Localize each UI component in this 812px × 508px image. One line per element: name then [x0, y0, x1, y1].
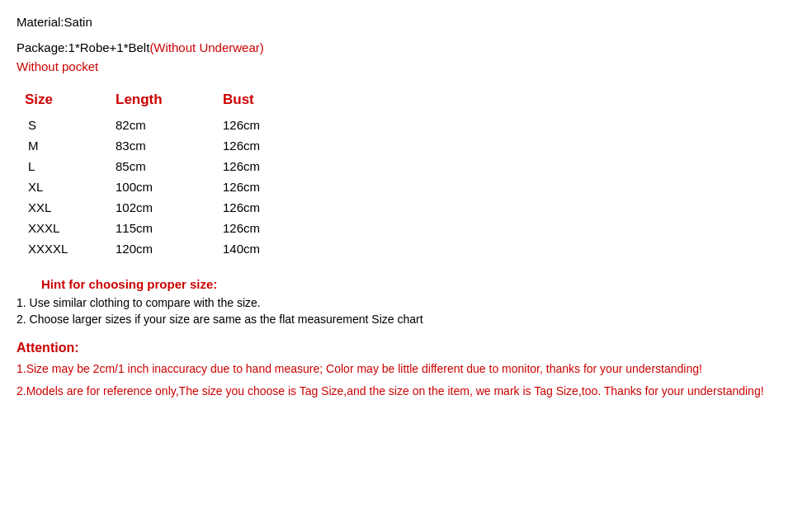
table-cell: XXXL [25, 218, 116, 238]
table-cell: 102cm [116, 197, 223, 218]
table-row: S82cm126cm [25, 115, 355, 135]
attention-item-1: 1.Size may be 2cm/1 inch inaccuracy due … [17, 360, 795, 378]
attention-title: Attention: [17, 341, 795, 355]
table-row: XXXXL120cm140cm [25, 238, 355, 259]
material-label: Material: [17, 15, 64, 29]
table-cell: L [25, 156, 116, 176]
package-value: 1*Robe+1*Belt [68, 40, 150, 54]
table-cell: 83cm [116, 135, 223, 156]
package-line: Package:1*Robe+1*Belt(Without Underwear) [17, 40, 795, 54]
table-cell: 126cm [223, 135, 355, 156]
table-cell: XXXXL [25, 238, 116, 259]
length-col-header: Length [116, 88, 223, 115]
table-cell: 126cm [223, 156, 355, 176]
table-row: M83cm126cm [25, 135, 355, 156]
table-row: XXL102cm126cm [25, 197, 355, 218]
material-value: Satin [64, 15, 92, 29]
size-table: Size Length Bust S82cm126cmM83cm126cmL85… [25, 88, 355, 259]
table-cell: XXL [25, 197, 116, 218]
table-cell: M [25, 135, 116, 156]
table-cell: 85cm [116, 156, 223, 176]
hint-item-2: 2. Choose larger sizes if your size are … [17, 313, 795, 326]
bust-col-header: Bust [223, 88, 355, 115]
hint-title: Hint for choosing proper size: [41, 277, 795, 291]
table-cell: 140cm [223, 238, 355, 259]
table-cell: 100cm [116, 176, 223, 197]
table-row: XXXL115cm126cm [25, 218, 355, 238]
without-pocket: Without pocket [17, 59, 795, 73]
hint-section: Hint for choosing proper size: 1. Use si… [17, 277, 795, 326]
attention-section: Attention: 1.Size may be 2cm/1 inch inac… [17, 341, 795, 400]
table-cell: 126cm [223, 115, 355, 135]
table-cell: 126cm [223, 176, 355, 197]
hint-item-1: 1. Use similar clothing to compare with … [17, 296, 795, 309]
size-table-header-row: Size Length Bust [25, 88, 355, 115]
table-row: L85cm126cm [25, 156, 355, 176]
table-row: XL100cm126cm [25, 176, 355, 197]
table-cell: XL [25, 176, 116, 197]
material-line: Material:Satin [17, 15, 795, 29]
table-cell: 82cm [116, 115, 223, 135]
attention-item-2: 2.Models are for reference only,The size… [17, 383, 795, 400]
table-cell: 126cm [223, 197, 355, 218]
package-label: Package: [17, 40, 68, 54]
table-cell: S [25, 115, 116, 135]
table-cell: 126cm [223, 218, 355, 238]
table-cell: 120cm [116, 238, 223, 259]
package-note: (Without Underwear) [149, 40, 263, 54]
size-col-header: Size [25, 88, 116, 115]
table-cell: 115cm [116, 218, 223, 238]
